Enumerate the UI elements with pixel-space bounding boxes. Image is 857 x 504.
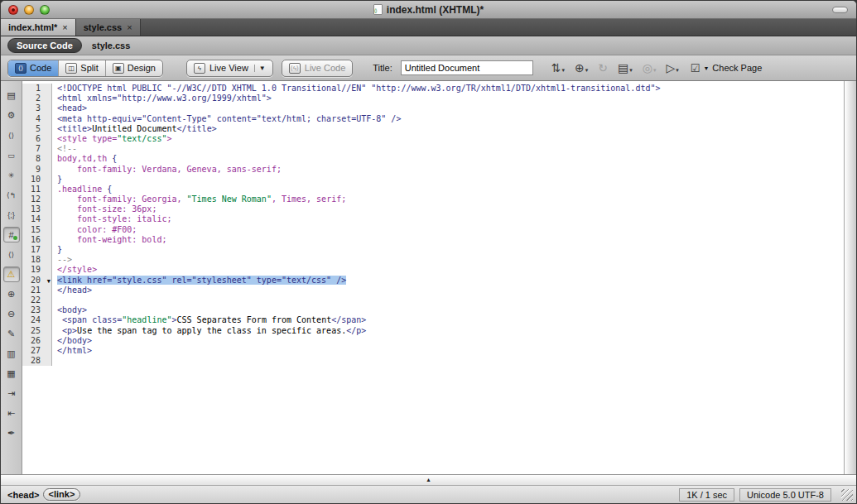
splitter-grip-icon[interactable]: ▴ (426, 477, 430, 483)
line-number: 23 (31, 305, 41, 315)
line-number-gutter: 17 (22, 245, 52, 255)
show-browser-compatibility-button[interactable]: ⚙ (3, 108, 20, 123)
line-number-gutter: 26 (22, 336, 52, 346)
syntax-error-alerts-button[interactable]: ⚠ (3, 266, 20, 282)
open-documents-button[interactable]: ▤ (3, 88, 20, 103)
collapse-selection-button[interactable]: ▭ (3, 147, 20, 163)
tab-style-css[interactable]: style.css × (76, 19, 141, 36)
outdent-code-button[interactable]: ⇤ (3, 406, 20, 421)
line-number: 15 (31, 225, 41, 235)
expand-all-icon: ✳ (8, 171, 15, 180)
recent-snippets-button[interactable]: ▥ (3, 346, 20, 362)
toolbar-toggle-button[interactable] (832, 7, 848, 13)
close-icon[interactable]: × (62, 22, 67, 32)
code-text: <html xmlns="http://www.w3.org/1999/xhtm… (52, 94, 272, 103)
code-text: <title>Untitled Document</title> (52, 124, 217, 134)
code-line-26: 26</body> (22, 336, 844, 346)
tag-selector-head[interactable]: <head> (7, 490, 40, 500)
tab-label: index.html* (8, 22, 57, 32)
format-source-code-button[interactable]: ✒ (3, 425, 20, 441)
code-line-22: 22 (22, 295, 844, 305)
title-bar[interactable]: index.html (XHTML)* (1, 1, 856, 19)
preview-debug-browser-button[interactable]: ⊕▾ (571, 60, 591, 75)
chevron-down-icon: ▼ (703, 65, 709, 71)
line-number-gutter: 13 (22, 204, 52, 214)
close-window-button[interactable] (8, 5, 18, 15)
minimize-window-button[interactable] (24, 5, 34, 15)
line-number-gutter: 12 (22, 194, 52, 204)
vertical-scrollbar[interactable] (844, 81, 856, 474)
tag-selector-link-selected[interactable]: <link> (43, 488, 81, 501)
remove-comment-button[interactable]: ⊖ (3, 306, 20, 322)
line-number-gutter: 7 (22, 144, 52, 154)
validate-markup-button[interactable]: ▷▾ (662, 60, 681, 75)
code-line-27: 27</html> (22, 346, 844, 356)
indent-code-button[interactable]: ⇥ (3, 386, 20, 401)
check-page-button[interactable]: ☑ ▼ Check Page (691, 62, 763, 74)
select-parent-tag-button[interactable]: ⟨↰ (3, 187, 20, 203)
highlight-invalid-code-button[interactable]: ⟨⟩ (3, 247, 20, 262)
line-number: 6 (36, 134, 41, 144)
code-text: --> (52, 255, 72, 265)
design-view-button[interactable]: ▣ Design (106, 60, 162, 76)
code-line-21: 21</head> (22, 286, 844, 295)
apply-comment-button[interactable]: ⊕ (3, 286, 20, 302)
file-management-button[interactable]: ⇅▾ (548, 60, 568, 75)
code-line-10: 10} (22, 175, 844, 185)
code-line-13: 13 font-size: 36px; (22, 204, 844, 214)
toolbar-icon-group: ⇅▾⊕▾↻▤▾◎▾▷▾ (548, 60, 682, 75)
code-line-15: 15 color: #F00; (22, 225, 844, 235)
horizontal-scrollbar[interactable]: ▴ (1, 474, 856, 486)
code-view-button[interactable]: ⟨⟩ Code (8, 60, 59, 76)
enabled-indicator-dot (13, 236, 17, 240)
related-file-style-css[interactable]: style.css (92, 41, 130, 50)
collapse-full-tag-button[interactable]: ⟨⟩ (3, 127, 20, 143)
line-number-gutter: 6 (22, 134, 52, 144)
window-resize-grip[interactable] (841, 489, 853, 501)
expand-all-button[interactable]: ✳ (3, 167, 20, 183)
view-options-button[interactable]: ▤▾ (614, 60, 636, 75)
split-view-button[interactable]: ◫ Split (59, 60, 105, 76)
code-line-18: 18--> (22, 255, 844, 265)
outdent-code-icon: ⇤ (7, 408, 15, 419)
view-options-icon: ▤ (618, 62, 628, 74)
code-text: color: #F00; (52, 225, 137, 235)
document-title-input[interactable] (401, 60, 533, 75)
visual-aids-button[interactable]: ◎▾ (639, 60, 660, 75)
code-text: </body> (52, 336, 92, 346)
encoding-indicator[interactable]: Unicode 5.0 UTF-8 (739, 488, 831, 502)
live-code-button[interactable]: ⟨ϟ⟩ Live Code (282, 60, 354, 77)
refresh-design-view-button[interactable]: ↻ (595, 60, 611, 75)
visual-aids-icon: ◎ (643, 62, 652, 74)
code-text: <body> (52, 305, 87, 315)
code-text: </style> (52, 265, 97, 275)
line-number-gutter: 20▼ (22, 276, 52, 286)
code-line-16: 16 font-weight: bold; (22, 235, 844, 245)
code-editor[interactable]: 1<!DOCTYPE html PUBLIC "-//W3C//DTD XHTM… (22, 81, 844, 474)
code-line-19: 19</style> (22, 265, 844, 275)
line-number: 11 (31, 185, 41, 194)
balance-braces-button[interactable]: {;} (3, 207, 20, 223)
line-number: 28 (31, 356, 41, 366)
zoom-window-button[interactable] (40, 5, 50, 15)
line-number-gutter: 14 (22, 214, 52, 224)
source-code-button[interactable]: Source Code (7, 38, 82, 53)
wrap-tag-button[interactable]: ✎ (3, 326, 20, 342)
live-code-icon: ⟨ϟ⟩ (289, 63, 301, 74)
chevron-down-icon[interactable]: ▼ (254, 65, 266, 72)
code-text: font-family: Georgia, "Times New Roman",… (52, 194, 346, 204)
code-text: <meta http-equiv="Content-Type" content=… (52, 114, 401, 124)
line-number-gutter: 11 (22, 185, 52, 194)
line-number-gutter: 18 (22, 255, 52, 265)
line-number-gutter: 22 (22, 295, 52, 305)
document-proxy-icon (373, 4, 383, 15)
code-text: <style type="text/css"> (52, 134, 172, 144)
live-view-button[interactable]: ϟ Live View ▼ (186, 60, 273, 77)
code-text: <link href="style.css" rel="stylesheet" … (52, 276, 346, 286)
move-or-convert-css-button[interactable]: ▦ (3, 366, 20, 382)
code-line-25: 25 <p>Use the span tag to apply the clas… (22, 326, 844, 336)
line-numbers-button[interactable]: # (3, 227, 20, 242)
tab-index-html[interactable]: index.html* × (1, 19, 76, 36)
close-icon[interactable]: × (127, 22, 132, 32)
line-number: 21 (31, 286, 41, 295)
